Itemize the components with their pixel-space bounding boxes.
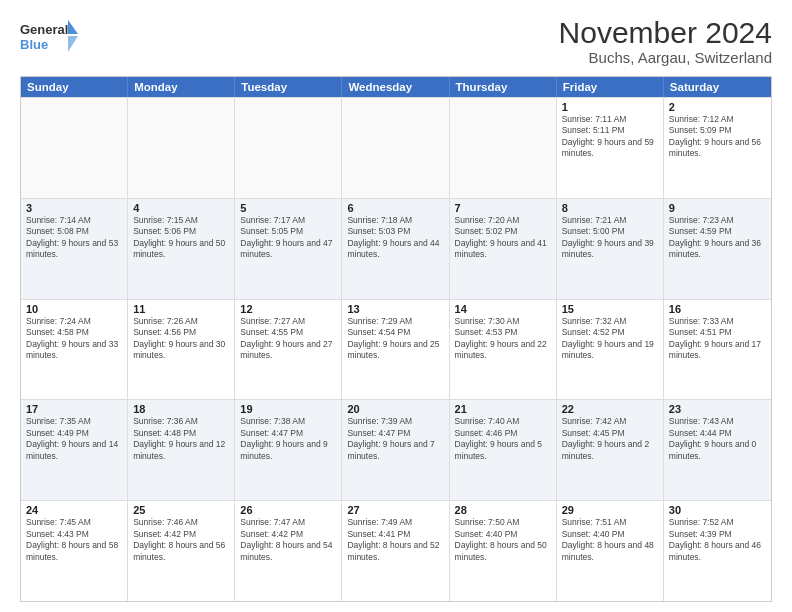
calendar-cell: 7Sunrise: 7:20 AM Sunset: 5:02 PM Daylig… — [450, 199, 557, 299]
day-number: 8 — [562, 202, 658, 214]
svg-marker-3 — [68, 36, 78, 52]
calendar-day-header: Wednesday — [342, 77, 449, 97]
calendar-cell: 9Sunrise: 7:23 AM Sunset: 4:59 PM Daylig… — [664, 199, 771, 299]
title-block: November 2024 Buchs, Aargau, Switzerland — [559, 16, 772, 66]
day-number: 1 — [562, 101, 658, 113]
subtitle: Buchs, Aargau, Switzerland — [559, 49, 772, 66]
cell-info: Sunrise: 7:40 AM Sunset: 4:46 PM Dayligh… — [455, 416, 551, 462]
logo-svg: General Blue — [20, 16, 80, 56]
cell-info: Sunrise: 7:26 AM Sunset: 4:56 PM Dayligh… — [133, 316, 229, 362]
calendar-day-header: Monday — [128, 77, 235, 97]
day-number: 4 — [133, 202, 229, 214]
calendar-day-header: Tuesday — [235, 77, 342, 97]
day-number: 5 — [240, 202, 336, 214]
logo: General Blue — [20, 16, 80, 56]
calendar: SundayMondayTuesdayWednesdayThursdayFrid… — [20, 76, 772, 602]
calendar-day-header: Saturday — [664, 77, 771, 97]
calendar-cell: 20Sunrise: 7:39 AM Sunset: 4:47 PM Dayli… — [342, 400, 449, 500]
calendar-cell: 30Sunrise: 7:52 AM Sunset: 4:39 PM Dayli… — [664, 501, 771, 601]
day-number: 11 — [133, 303, 229, 315]
cell-info: Sunrise: 7:14 AM Sunset: 5:08 PM Dayligh… — [26, 215, 122, 261]
day-number: 26 — [240, 504, 336, 516]
day-number: 14 — [455, 303, 551, 315]
calendar-cell: 11Sunrise: 7:26 AM Sunset: 4:56 PM Dayli… — [128, 300, 235, 400]
calendar-cell: 26Sunrise: 7:47 AM Sunset: 4:42 PM Dayli… — [235, 501, 342, 601]
calendar-cell — [235, 98, 342, 198]
calendar-cell: 5Sunrise: 7:17 AM Sunset: 5:05 PM Daylig… — [235, 199, 342, 299]
calendar-cell: 29Sunrise: 7:51 AM Sunset: 4:40 PM Dayli… — [557, 501, 664, 601]
day-number: 9 — [669, 202, 766, 214]
calendar-cell: 18Sunrise: 7:36 AM Sunset: 4:48 PM Dayli… — [128, 400, 235, 500]
day-number: 6 — [347, 202, 443, 214]
cell-info: Sunrise: 7:49 AM Sunset: 4:41 PM Dayligh… — [347, 517, 443, 563]
cell-info: Sunrise: 7:32 AM Sunset: 4:52 PM Dayligh… — [562, 316, 658, 362]
day-number: 19 — [240, 403, 336, 415]
cell-info: Sunrise: 7:33 AM Sunset: 4:51 PM Dayligh… — [669, 316, 766, 362]
cell-info: Sunrise: 7:18 AM Sunset: 5:03 PM Dayligh… — [347, 215, 443, 261]
svg-text:General: General — [20, 22, 68, 37]
day-number: 7 — [455, 202, 551, 214]
day-number: 12 — [240, 303, 336, 315]
day-number: 30 — [669, 504, 766, 516]
calendar-cell: 25Sunrise: 7:46 AM Sunset: 4:42 PM Dayli… — [128, 501, 235, 601]
calendar-cell: 12Sunrise: 7:27 AM Sunset: 4:55 PM Dayli… — [235, 300, 342, 400]
cell-info: Sunrise: 7:42 AM Sunset: 4:45 PM Dayligh… — [562, 416, 658, 462]
day-number: 17 — [26, 403, 122, 415]
calendar-row: 17Sunrise: 7:35 AM Sunset: 4:49 PM Dayli… — [21, 399, 771, 500]
day-number: 27 — [347, 504, 443, 516]
cell-info: Sunrise: 7:47 AM Sunset: 4:42 PM Dayligh… — [240, 517, 336, 563]
cell-info: Sunrise: 7:15 AM Sunset: 5:06 PM Dayligh… — [133, 215, 229, 261]
cell-info: Sunrise: 7:39 AM Sunset: 4:47 PM Dayligh… — [347, 416, 443, 462]
cell-info: Sunrise: 7:21 AM Sunset: 5:00 PM Dayligh… — [562, 215, 658, 261]
cell-info: Sunrise: 7:51 AM Sunset: 4:40 PM Dayligh… — [562, 517, 658, 563]
cell-info: Sunrise: 7:46 AM Sunset: 4:42 PM Dayligh… — [133, 517, 229, 563]
calendar-row: 3Sunrise: 7:14 AM Sunset: 5:08 PM Daylig… — [21, 198, 771, 299]
cell-info: Sunrise: 7:52 AM Sunset: 4:39 PM Dayligh… — [669, 517, 766, 563]
calendar-cell — [21, 98, 128, 198]
cell-info: Sunrise: 7:17 AM Sunset: 5:05 PM Dayligh… — [240, 215, 336, 261]
day-number: 22 — [562, 403, 658, 415]
calendar-cell: 24Sunrise: 7:45 AM Sunset: 4:43 PM Dayli… — [21, 501, 128, 601]
cell-info: Sunrise: 7:35 AM Sunset: 4:49 PM Dayligh… — [26, 416, 122, 462]
day-number: 13 — [347, 303, 443, 315]
calendar-body: 1Sunrise: 7:11 AM Sunset: 5:11 PM Daylig… — [21, 97, 771, 601]
cell-info: Sunrise: 7:23 AM Sunset: 4:59 PM Dayligh… — [669, 215, 766, 261]
cell-info: Sunrise: 7:27 AM Sunset: 4:55 PM Dayligh… — [240, 316, 336, 362]
cell-info: Sunrise: 7:12 AM Sunset: 5:09 PM Dayligh… — [669, 114, 766, 160]
day-number: 21 — [455, 403, 551, 415]
calendar-cell: 19Sunrise: 7:38 AM Sunset: 4:47 PM Dayli… — [235, 400, 342, 500]
calendar-row: 24Sunrise: 7:45 AM Sunset: 4:43 PM Dayli… — [21, 500, 771, 601]
calendar-cell — [342, 98, 449, 198]
calendar-cell: 10Sunrise: 7:24 AM Sunset: 4:58 PM Dayli… — [21, 300, 128, 400]
calendar-cell — [450, 98, 557, 198]
day-number: 10 — [26, 303, 122, 315]
calendar-cell: 27Sunrise: 7:49 AM Sunset: 4:41 PM Dayli… — [342, 501, 449, 601]
calendar-row: 10Sunrise: 7:24 AM Sunset: 4:58 PM Dayli… — [21, 299, 771, 400]
calendar-cell: 17Sunrise: 7:35 AM Sunset: 4:49 PM Dayli… — [21, 400, 128, 500]
day-number: 28 — [455, 504, 551, 516]
calendar-cell — [128, 98, 235, 198]
day-number: 15 — [562, 303, 658, 315]
calendar-day-header: Sunday — [21, 77, 128, 97]
day-number: 3 — [26, 202, 122, 214]
calendar-cell: 1Sunrise: 7:11 AM Sunset: 5:11 PM Daylig… — [557, 98, 664, 198]
cell-info: Sunrise: 7:43 AM Sunset: 4:44 PM Dayligh… — [669, 416, 766, 462]
calendar-cell: 15Sunrise: 7:32 AM Sunset: 4:52 PM Dayli… — [557, 300, 664, 400]
calendar-cell: 16Sunrise: 7:33 AM Sunset: 4:51 PM Dayli… — [664, 300, 771, 400]
calendar-cell: 22Sunrise: 7:42 AM Sunset: 4:45 PM Dayli… — [557, 400, 664, 500]
cell-info: Sunrise: 7:30 AM Sunset: 4:53 PM Dayligh… — [455, 316, 551, 362]
calendar-cell: 4Sunrise: 7:15 AM Sunset: 5:06 PM Daylig… — [128, 199, 235, 299]
day-number: 20 — [347, 403, 443, 415]
calendar-cell: 28Sunrise: 7:50 AM Sunset: 4:40 PM Dayli… — [450, 501, 557, 601]
calendar-day-header: Friday — [557, 77, 664, 97]
cell-info: Sunrise: 7:38 AM Sunset: 4:47 PM Dayligh… — [240, 416, 336, 462]
calendar-cell: 2Sunrise: 7:12 AM Sunset: 5:09 PM Daylig… — [664, 98, 771, 198]
calendar-cell: 3Sunrise: 7:14 AM Sunset: 5:08 PM Daylig… — [21, 199, 128, 299]
calendar-day-header: Thursday — [450, 77, 557, 97]
day-number: 16 — [669, 303, 766, 315]
day-number: 25 — [133, 504, 229, 516]
calendar-cell: 21Sunrise: 7:40 AM Sunset: 4:46 PM Dayli… — [450, 400, 557, 500]
day-number: 18 — [133, 403, 229, 415]
calendar-cell: 23Sunrise: 7:43 AM Sunset: 4:44 PM Dayli… — [664, 400, 771, 500]
cell-info: Sunrise: 7:36 AM Sunset: 4:48 PM Dayligh… — [133, 416, 229, 462]
